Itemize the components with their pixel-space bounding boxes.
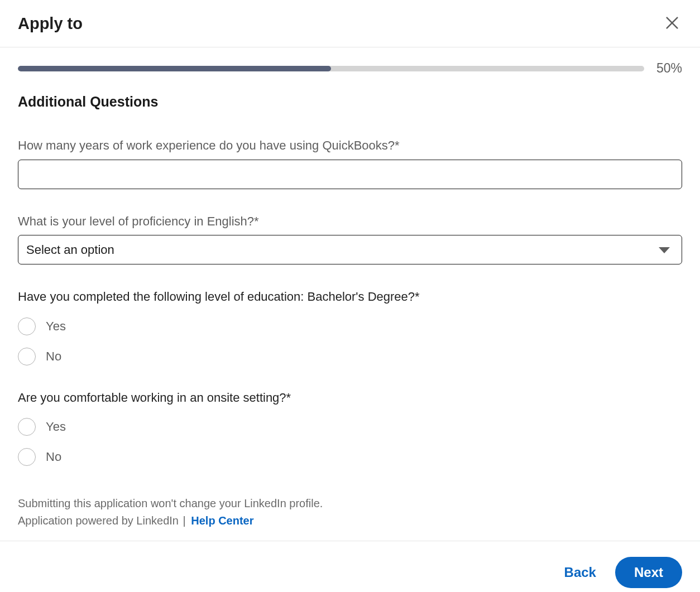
radio-icon xyxy=(18,317,36,335)
radio-icon xyxy=(18,348,36,365)
close-button[interactable] xyxy=(661,12,683,35)
education-radio-group: Yes No xyxy=(18,317,682,365)
radio-icon xyxy=(18,448,36,466)
education-radio-yes[interactable]: Yes xyxy=(18,317,682,335)
radio-label: Yes xyxy=(46,420,66,434)
question-onsite: Are you comfortable working in an onsite… xyxy=(18,390,682,466)
english-select[interactable]: Select an option xyxy=(18,235,682,264)
disclaimer-line2: Application powered by LinkedIn | Help C… xyxy=(18,512,682,530)
close-icon xyxy=(664,15,680,32)
progress-track xyxy=(18,66,644,71)
radio-label: No xyxy=(46,450,61,464)
question-label: Are you comfortable working in an onsite… xyxy=(18,390,682,406)
powered-by-text: Application powered by LinkedIn xyxy=(18,514,179,527)
question-english: What is your level of proficiency in Eng… xyxy=(18,214,682,265)
modal-footer: Back Next xyxy=(0,541,700,592)
section-heading: Additional Questions xyxy=(18,94,682,110)
question-label: What is your level of proficiency in Eng… xyxy=(18,214,682,230)
apply-modal: Apply to 50% Additional Questions How ma… xyxy=(0,0,700,592)
radio-label: Yes xyxy=(46,319,66,334)
radio-icon xyxy=(18,418,36,436)
question-experience: How many years of work experience do you… xyxy=(18,138,682,189)
onsite-radio-group: Yes No xyxy=(18,418,682,466)
education-radio-no[interactable]: No xyxy=(18,348,682,365)
onsite-radio-no[interactable]: No xyxy=(18,448,682,466)
onsite-radio-yes[interactable]: Yes xyxy=(18,418,682,436)
progress-label: 50% xyxy=(656,61,682,76)
disclaimer: Submitting this application won't change… xyxy=(18,495,682,541)
radio-label: No xyxy=(46,349,61,364)
help-center-link[interactable]: Help Center xyxy=(191,514,253,527)
progress-fill xyxy=(18,66,331,71)
question-label: Have you completed the following level o… xyxy=(18,289,682,305)
separator: | xyxy=(179,514,191,527)
modal-title: Apply to xyxy=(18,15,83,33)
next-button[interactable]: Next xyxy=(615,557,682,588)
back-button[interactable]: Back xyxy=(559,560,602,585)
question-education: Have you completed the following level o… xyxy=(18,289,682,365)
question-label: How many years of work experience do you… xyxy=(18,138,682,154)
experience-input[interactable] xyxy=(18,160,682,189)
modal-header: Apply to xyxy=(0,0,700,47)
modal-body: 50% Additional Questions How many years … xyxy=(0,47,700,541)
disclaimer-line1: Submitting this application won't change… xyxy=(18,495,682,512)
progress-bar: 50% xyxy=(18,61,682,76)
english-select-wrap: Select an option xyxy=(18,235,682,264)
